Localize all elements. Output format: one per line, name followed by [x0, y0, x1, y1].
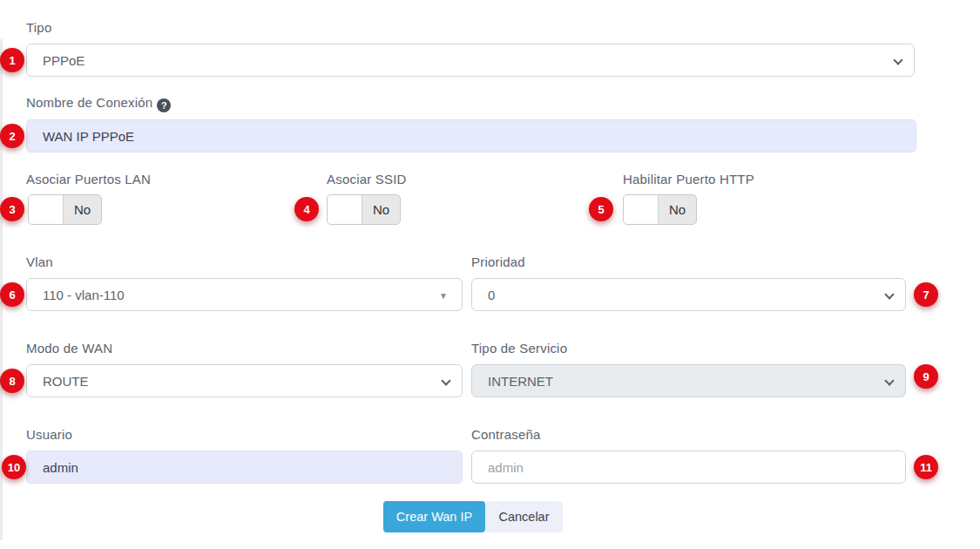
modo-wan-select-value: ROUTE: [43, 374, 89, 389]
tipo-servicio-select: INTERNET: [471, 364, 906, 397]
annotation-badge-11: 11: [914, 455, 938, 479]
annotation-badge-10: 10: [2, 455, 26, 479]
toggle-knob: [29, 195, 64, 224]
asociar-lan-toggle[interactable]: No: [28, 194, 102, 225]
annotation-badge-8: 8: [0, 369, 24, 393]
chevron-down-icon: [884, 376, 894, 385]
annotation-badge-2: 2: [0, 124, 24, 148]
habilitar-http-label: Habilitar Puerto HTTP: [623, 172, 754, 186]
annotation-badge-7: 7: [914, 282, 938, 307]
annotation-badge-5: 5: [589, 197, 613, 221]
asociar-ssid-toggle-state: No: [362, 195, 400, 224]
chevron-down-icon: [893, 55, 902, 64]
prioridad-label: Prioridad: [471, 254, 525, 269]
modo-wan-select[interactable]: ROUTE: [26, 364, 463, 397]
chevron-down-icon: [441, 376, 450, 385]
tipo-label: Tipo: [26, 20, 51, 35]
wan-config-form: Tipo PPPoE 1 Nombre de Conexión? 2 Asoci…: [0, 0, 980, 549]
annotation-badge-1: 1: [0, 48, 24, 72]
vlan-select-value: 110 - vlan-110: [43, 288, 125, 302]
vlan-select[interactable]: 110 - vlan-110 ▼: [26, 278, 463, 311]
usuario-label: Usuario: [26, 427, 72, 442]
habilitar-http-toggle-state: No: [659, 195, 696, 224]
tipo-servicio-select-value: INTERNET: [488, 374, 553, 389]
annotation-badge-9: 9: [914, 364, 938, 389]
question-circle-icon[interactable]: ?: [157, 98, 171, 112]
contrasena-label: Contraseña: [471, 427, 541, 442]
asociar-ssid-toggle[interactable]: No: [327, 194, 401, 225]
asociar-ssid-label: Asociar SSID: [327, 172, 407, 186]
vlan-label: Vlan: [26, 254, 53, 269]
asociar-lan-toggle-state: No: [64, 195, 101, 224]
tipo-servicio-label: Tipo de Servicio: [471, 341, 567, 356]
nombre-label: Nombre de Conexión?: [26, 95, 171, 112]
usuario-input[interactable]: [26, 451, 463, 484]
asociar-lan-label: Asociar Puertos LAN: [26, 172, 151, 186]
tipo-select[interactable]: PPPoE: [26, 44, 915, 77]
toggle-knob: [624, 195, 659, 224]
chevron-down-icon: [884, 289, 894, 299]
prioridad-select[interactable]: 0: [471, 278, 906, 311]
caret-down-icon: ▼: [439, 291, 448, 301]
nombre-conexion-input[interactable]: [26, 119, 916, 152]
tipo-select-value: PPPoE: [43, 53, 84, 68]
cancelar-button[interactable]: Cancelar: [485, 501, 563, 532]
crear-wan-ip-button[interactable]: Crear Wan IP: [383, 501, 485, 532]
annotation-badge-3: 3: [0, 197, 24, 221]
toggle-knob: [328, 195, 362, 224]
annotation-badge-6: 6: [0, 282, 24, 307]
contrasena-input[interactable]: [471, 451, 906, 484]
modo-wan-label: Modo de WAN: [26, 341, 112, 356]
annotation-badge-4: 4: [294, 197, 319, 221]
habilitar-http-toggle[interactable]: No: [623, 194, 697, 225]
prioridad-select-value: 0: [488, 288, 495, 302]
